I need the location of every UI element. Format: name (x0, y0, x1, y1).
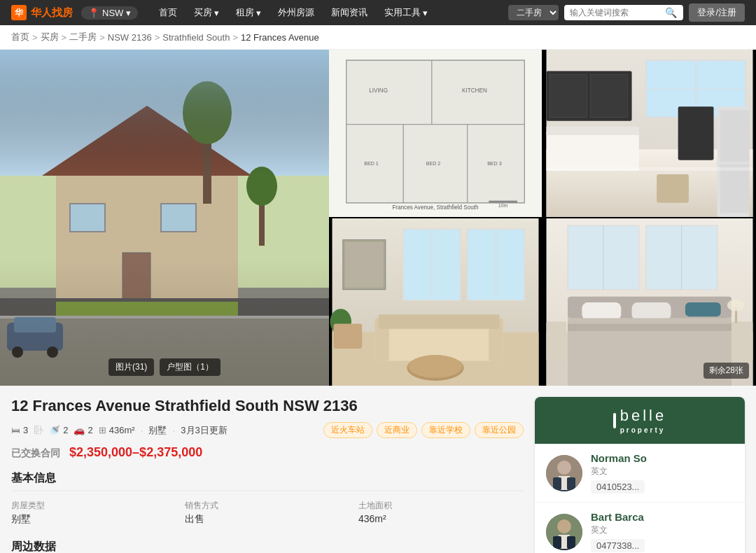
info-grid: 房屋类型 别墅 销售方式 出售 土地面积 436m² (11, 500, 524, 526)
beds-meta: 🛏 3 (11, 425, 28, 435)
bath-icon: 🚿 (49, 425, 60, 435)
logo-sub: property (620, 426, 666, 434)
breadcrumb-home[interactable]: 首页 (11, 31, 29, 43)
info-label-type: 房屋类型 (11, 500, 176, 512)
svg-rect-15 (0, 50, 329, 176)
svg-rect-38 (550, 75, 587, 118)
location-pin-icon: 📍 (88, 8, 99, 18)
main-photo-image (0, 50, 329, 386)
tag-train[interactable]: 近火车站 (323, 422, 372, 438)
baths-count: 2 (63, 425, 68, 435)
location-selector[interactable]: 📍 NSW ▾ (81, 6, 138, 20)
svg-rect-105 (553, 477, 561, 490)
updated-date: 3月3日更新 (181, 424, 227, 437)
svg-rect-46 (720, 110, 750, 161)
breadcrumb-suburb[interactable]: Strathfield South (162, 32, 230, 43)
agent-item-1: Norman So 英文 0410523... (535, 444, 745, 503)
price-status: 已交换合同 (11, 447, 60, 458)
breadcrumb-nsw[interactable]: NSW 2136 (108, 32, 152, 43)
chevron-down-icon: ▾ (423, 8, 428, 18)
property-type-select[interactable]: 二手房 (508, 5, 559, 20)
info-item-sale: 销售方式 出售 (185, 500, 350, 526)
living-room-cell[interactable] (329, 218, 542, 386)
tag-park[interactable]: 靠近公园 (475, 422, 524, 438)
nav-home[interactable]: 首页 (150, 0, 186, 25)
property-type-label: 别墅 (148, 424, 167, 437)
svg-rect-112 (567, 536, 575, 549)
svg-point-83 (727, 300, 744, 311)
agent-lang-1: 英文 (591, 465, 734, 477)
agent-phone-2[interactable]: 0477338... (591, 539, 645, 552)
nav-news[interactable]: 新闻资讯 (323, 0, 376, 25)
agent-card: belle property (535, 397, 745, 553)
svg-rect-49 (657, 174, 689, 203)
agent-item-2: Bart Barca 英文 0477338... (535, 503, 745, 553)
svg-text:LIVING: LIVING (369, 88, 388, 94)
search-box: 🔍 (564, 5, 683, 20)
info-item-area: 土地面积 436m² (358, 500, 524, 526)
search-input[interactable] (570, 8, 661, 18)
info-value-sale: 出售 (185, 513, 350, 526)
photos-badge[interactable]: 图片(31) (108, 358, 154, 376)
svg-rect-81 (732, 321, 753, 360)
kitchen-cell[interactable] (543, 50, 756, 217)
property-title: 12 Frances Avenue Strathfield South NSW … (11, 397, 524, 415)
breadcrumb-sep: > (99, 32, 105, 43)
agent-name-2[interactable]: Bart Barca (591, 511, 734, 523)
search-icon[interactable]: 🔍 (665, 7, 677, 18)
belle-property-logo: belle property (613, 407, 666, 434)
svg-point-18 (12, 346, 23, 358)
svg-text:BED 1: BED 1 (364, 161, 379, 167)
svg-rect-84 (685, 302, 721, 316)
svg-rect-39 (591, 75, 628, 118)
svg-rect-3 (0, 316, 329, 318)
svg-text:Frances Avenue, Strathfield So: Frances Avenue, Strathfield South (392, 204, 478, 211)
tag-school[interactable]: 靠近学校 (421, 422, 470, 438)
chevron-down-icon: ▾ (214, 8, 219, 18)
nav-overseas[interactable]: 外州房源 (270, 0, 323, 25)
chevron-down-icon: ▾ (256, 8, 261, 18)
breadcrumb-secondhand[interactable]: 二手房 (69, 31, 97, 43)
agent-avatar-1 (546, 455, 582, 491)
breadcrumb-sep: > (232, 32, 238, 43)
location-text: NSW (102, 8, 123, 18)
site-logo[interactable]: 华 华人找房 (11, 5, 73, 20)
logo-brand: belle (620, 407, 666, 425)
photo-section: 图片(31) 户型图（1） LIVING KITCHEN BED 1 BED 2 (0, 50, 756, 386)
agent-info-2: Bart Barca 英文 0477338... (591, 511, 734, 552)
main-photo[interactable]: 图片(31) 户型图（1） (0, 50, 329, 386)
agent-phone-1[interactable]: 0410523... (591, 480, 645, 493)
logo-icon: 华 (11, 5, 27, 20)
svg-rect-67 (334, 324, 363, 349)
photo-badges: 图片(31) 户型图（1） (108, 358, 220, 376)
nav-rent[interactable]: 租房 ▾ (227, 0, 270, 25)
breadcrumb-sep: > (62, 32, 67, 43)
svg-point-19 (47, 346, 58, 358)
search-area: 二手房 🔍 登录/注册 (508, 4, 745, 22)
svg-rect-9 (0, 298, 329, 316)
breadcrumb-buy[interactable]: 买房 (41, 31, 59, 43)
breadcrumb-sep: > (155, 32, 160, 43)
svg-text:10m: 10m (498, 203, 508, 209)
floorplan-svg: LIVING KITCHEN BED 1 BED 2 BED 3 Frances… (329, 50, 542, 217)
nearby-title: 周边数据 (11, 540, 524, 553)
svg-text:KITCHEN: KITCHEN (462, 88, 487, 94)
breadcrumb-current: 12 Frances Avenue (241, 32, 319, 43)
photo-grid: LIVING KITCHEN BED 1 BED 2 BED 3 Frances… (329, 50, 756, 386)
area-value: 436m² (109, 425, 135, 435)
tag-commerce[interactable]: 近商业 (377, 422, 417, 438)
svg-rect-7 (161, 204, 196, 232)
floorplan-badge[interactable]: 户型图（1） (160, 358, 220, 376)
nav-tools[interactable]: 实用工具 ▾ (376, 0, 436, 25)
floorplan-cell[interactable]: LIVING KITCHEN BED 1 BED 2 BED 3 Frances… (329, 50, 542, 217)
svg-rect-8 (122, 253, 150, 302)
login-button[interactable]: 登录/注册 (689, 4, 745, 22)
location-tags: 近火车站 近商业 靠近学校 靠近公园 (323, 422, 524, 438)
logo-text-group: belle property (620, 407, 666, 434)
baths-meta: 🚿 2 (49, 425, 68, 435)
nav-buy[interactable]: 买房 ▾ (186, 0, 227, 25)
bedroom-cell[interactable]: 剩余28张 (543, 218, 756, 386)
info-label-sale: 销售方式 (185, 500, 350, 512)
agent-name-1[interactable]: Norman So (591, 452, 734, 464)
svg-rect-77 (632, 302, 671, 320)
